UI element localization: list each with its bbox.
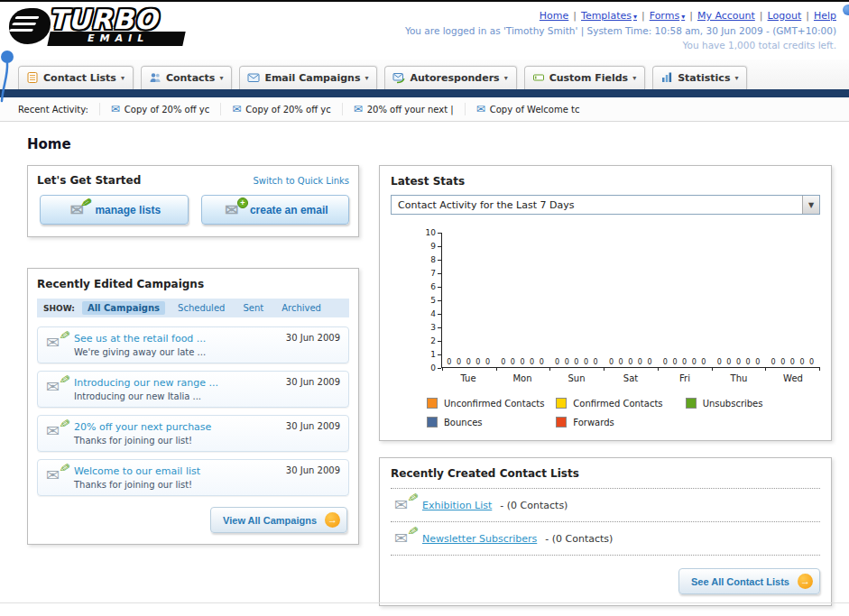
envelope-pencil-icon: ✉✎ [46, 335, 66, 351]
tab-email-campaigns[interactable]: Email Campaigns ▾ [239, 66, 377, 89]
get-started-panel: Let's Get Started Switch to Quick Links … [27, 165, 359, 237]
recent-activity-item[interactable]: ✉20% off your next | [342, 103, 465, 115]
link-forms[interactable]: Forms▾ [637, 10, 685, 22]
show-label: SHOW: [43, 304, 75, 313]
campaign-list-item[interactable]: ✉✎ 20% off your next purchase Thanks for… [37, 415, 349, 452]
header: TURBO EMAIL HomeTemplates▾Forms▾My Accou… [0, 2, 849, 60]
see-all-contact-lists-button[interactable]: See All Contact Lists → [678, 568, 820, 594]
app-window: TURBO EMAIL HomeTemplates▾Forms▾My Accou… [0, 0, 849, 616]
get-started-title: Let's Get Started [37, 174, 141, 187]
recent-contact-lists-title: Recently Created Contact Lists [391, 467, 820, 489]
recent-activity-label: Recent Activity: [18, 105, 88, 115]
legend-swatch-icon [556, 417, 567, 428]
dropdown-arrow-icon: ▾ [632, 74, 636, 82]
tab-contacts[interactable]: Contacts ▾ [141, 66, 232, 89]
chart-value-labels: 0 0 0 0 0 [712, 358, 766, 366]
footer-divider [0, 602, 849, 603]
link-home[interactable]: Home [540, 10, 568, 22]
filter-tab-sent[interactable]: Sent [237, 301, 269, 315]
contact-list-item[interactable]: ✉✎ Newsletter Subscribers - (0 Contacts) [391, 522, 820, 556]
chart-day-label: Thu [712, 373, 766, 383]
tab-custom-fields[interactable]: Custom Fields ▾ [524, 66, 646, 89]
logo-text-turbo: TURBO [49, 6, 184, 33]
link-help[interactable]: Help [801, 10, 836, 22]
link-templates[interactable]: Templates▾ [568, 10, 637, 22]
statistics-icon [660, 71, 673, 84]
chart-legend: Unconfirmed ContactsConfirmed ContactsUn… [427, 398, 815, 428]
legend-item: Unsubscribes [686, 398, 815, 409]
campaign-list-item[interactable]: ✉✎ Introducing our new range ... Introdu… [37, 371, 349, 408]
logo-text-email: EMAIL [47, 32, 185, 46]
recent-activity-bar: Recent Activity: ✉Copy of 20% off yc ✉Co… [0, 97, 849, 122]
chart-value-labels: 0 0 0 0 0 [442, 358, 496, 366]
switch-quick-links-link[interactable]: Switch to Quick Links [253, 176, 349, 186]
chart-value-labels: 0 0 0 0 0 [550, 358, 604, 366]
tab-statistics[interactable]: Statistics ▾ [652, 66, 747, 89]
recent-activity-item[interactable]: ✉Copy of 20% off yc [99, 103, 220, 115]
campaign-list-item[interactable]: ✉✎ Welcome to our email list Thanks for … [37, 459, 349, 496]
envelope-icon: ✉ [476, 103, 485, 115]
chart-day-label: Wed [766, 373, 820, 383]
envelope-pencil-icon: ✉✎ [46, 423, 66, 439]
login-info: You are logged in as 'Timothy Smith' | S… [405, 23, 836, 38]
contact-list-count: - (0 Contacts) [545, 533, 613, 545]
dropdown-arrow-icon: ▾ [121, 74, 125, 82]
campaign-date: 30 Jun 2009 [286, 377, 340, 401]
page-title: Home [27, 136, 822, 152]
campaign-filter-tabs: SHOW: All Campaigns Scheduled Sent Archi… [37, 299, 349, 317]
tab-autoresponders[interactable]: Autoresponders ▾ [384, 66, 516, 89]
campaign-title-link[interactable]: 20% off your next purchase [74, 421, 278, 433]
latest-stats-panel: Latest Stats Contact Activity for the La… [379, 165, 832, 441]
main-nav: Contact Lists ▾ Contacts ▾ Email Campaig… [0, 60, 849, 89]
manage-lists-button[interactable]: ✉✎ manage lists [40, 195, 189, 225]
turbo-email-logo[interactable]: TURBO EMAIL [9, 6, 184, 60]
recent-activity-item[interactable]: ✉Copy of Welcome tc [465, 103, 591, 115]
envelope-pencil-icon: ✉✎ [394, 497, 414, 513]
campaign-title-link[interactable]: Welcome to our email list [74, 465, 278, 477]
chart-x-ticks [442, 368, 820, 371]
contact-list-item[interactable]: ✉✎ Exhibition List - (0 Contacts) [391, 489, 820, 522]
email-campaigns-icon [247, 71, 260, 84]
create-email-button[interactable]: ✉+ create an email [201, 195, 350, 225]
tab-contact-lists[interactable]: Contact Lists ▾ [18, 66, 134, 89]
campaign-subtitle: Introducing our new Italia ... [74, 391, 278, 401]
legend-item: Unconfirmed Contacts [427, 398, 556, 409]
link-logout[interactable]: Logout [755, 10, 801, 22]
campaign-date: 30 Jun 2009 [286, 465, 340, 490]
legend-item: Confirmed Contacts [556, 398, 685, 409]
campaign-date: 30 Jun 2009 [286, 421, 340, 446]
filter-tab-archived[interactable]: Archived [276, 301, 327, 315]
contact-list-count: - (0 Contacts) [500, 500, 568, 511]
dropdown-arrow-icon: ▾ [734, 74, 738, 82]
filter-tab-scheduled[interactable]: Scheduled [172, 301, 230, 315]
chart-day-label: Sun [549, 373, 604, 383]
envelope-pencil-icon: ✉✎ [394, 530, 414, 547]
stats-period-dropdown[interactable]: Contact Activity for the Last 7 Days ▼ [391, 195, 820, 215]
campaign-subtitle: We're giving away our late ... [74, 347, 278, 357]
filter-tab-all-campaigns[interactable]: All Campaigns [82, 301, 165, 315]
arrow-right-icon: → [798, 574, 813, 589]
envelope-pencil-icon: ✉✎ [46, 379, 66, 395]
contact-list-link[interactable]: Newsletter Subscribers [422, 533, 537, 545]
campaign-title-link[interactable]: Introducing our new range ... [74, 377, 278, 389]
chart-value-labels: 0 0 0 0 0 [496, 358, 550, 366]
campaign-subtitle: Thanks for joining our list! [74, 436, 278, 446]
logo-speed-disc-icon [9, 8, 51, 44]
view-all-campaigns-button[interactable]: View All Campaigns → [210, 507, 347, 533]
latest-stats-title: Latest Stats [391, 175, 820, 188]
envelope-icon: ✉ [111, 103, 120, 115]
campaign-list-item[interactable]: ✉✎ See us at the retail food ... We're g… [37, 326, 349, 363]
contact-activity-chart: 109876543210 0 0 0 0 00 0 0 0 00 0 0 0 0… [421, 233, 820, 383]
custom-fields-icon [532, 71, 545, 84]
main-content: Home Let's Get Started Switch to Quick L… [0, 122, 849, 606]
envelope-plus-icon: ✉+ [222, 202, 242, 218]
contact-list-link[interactable]: Exhibition List [422, 500, 492, 511]
recent-activity-item[interactable]: ✉Copy of 20% off yc [220, 103, 341, 115]
dropdown-arrow-icon: ▾ [219, 74, 223, 82]
link-my-account[interactable]: My Account [685, 10, 755, 22]
campaign-title-link[interactable]: See us at the retail food ... [74, 333, 278, 345]
left-column: Let's Get Started Switch to Quick Links … [27, 165, 359, 545]
chart-value-labels: 0 0 0 0 0 [766, 358, 820, 366]
chart-zero-labels: 0 0 0 0 00 0 0 0 00 0 0 0 00 0 0 0 00 0 … [442, 358, 820, 366]
legend-swatch-icon [556, 398, 567, 409]
